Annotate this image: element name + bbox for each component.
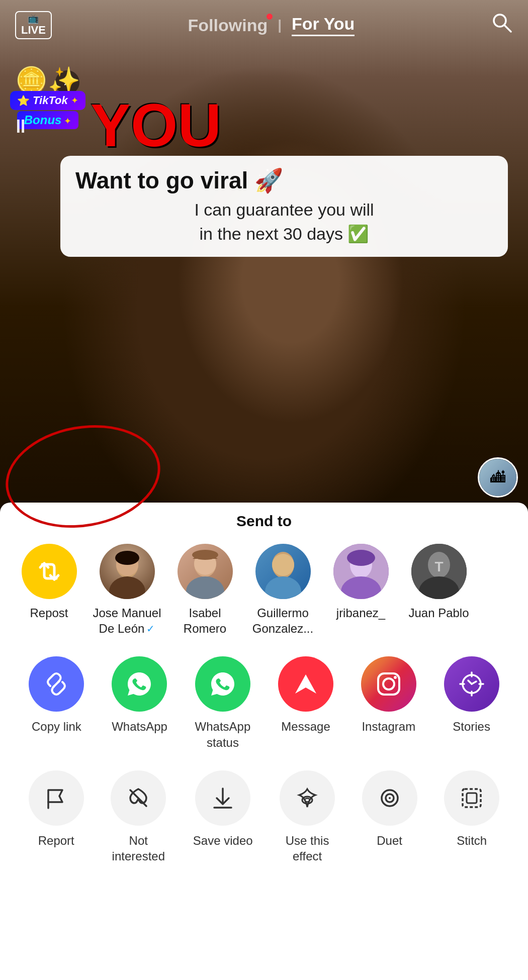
star-icon-3: ✦	[64, 116, 71, 126]
not-interested-label: Notinterested	[112, 833, 165, 864]
svg-rect-42	[463, 789, 481, 807]
sheet-title: Send to	[0, 513, 528, 530]
save-video-label: Save video	[193, 833, 253, 848]
stories-label: Stories	[453, 719, 490, 734]
contact-isabel[interactable]: IsabelRomero	[166, 544, 244, 636]
action-not-interested[interactable]: Notinterested	[111, 770, 166, 864]
jribanez-avatar	[333, 544, 389, 599]
isabel-avatar	[178, 544, 233, 599]
whatsapp-status-icon	[195, 656, 250, 712]
svg-point-37	[302, 797, 312, 804]
report-label: Report	[38, 833, 74, 848]
viral-subtitle: I can guarantee you willin the next 30 d…	[75, 198, 493, 246]
whatsapp-icon	[112, 656, 167, 712]
isabel-name: IsabelRomero	[184, 605, 226, 636]
svg-point-25	[394, 676, 397, 679]
message-label: Message	[281, 719, 330, 734]
tab-following[interactable]: Following	[188, 16, 268, 35]
share-whatsapp[interactable]: WhatsApp	[112, 656, 167, 750]
guillermo-name: GuillermoGonzalez...	[252, 605, 313, 636]
message-icon	[278, 656, 333, 712]
svg-line-32	[472, 681, 476, 684]
juanpablo-name: Juan Pablo	[408, 605, 469, 621]
svg-point-5	[115, 551, 139, 565]
jose-avatar	[100, 544, 155, 599]
stitch-label: Stitch	[457, 833, 487, 848]
svg-text:T: T	[434, 559, 443, 574]
svg-line-1	[504, 25, 511, 32]
use-effect-icon	[280, 770, 335, 826]
instagram-icon	[361, 656, 416, 712]
svg-point-12	[272, 554, 294, 576]
guillermo-avatar	[255, 544, 311, 599]
jose-name: Jose Manuel De León ✓	[93, 605, 161, 636]
juanpablo-avatar: T	[411, 544, 467, 599]
contact-repost[interactable]: Repost	[10, 544, 88, 636]
search-button[interactable]	[491, 12, 513, 39]
nav-separator: |	[278, 17, 282, 33]
share-sheet: Send to Repost	[0, 503, 528, 980]
contacts-row: Repost Jose Manuel De León ✓	[0, 544, 528, 636]
video-area: 📺 LIVE Following | For You × 🪙✨ ⭐ TikTok	[0, 0, 528, 513]
svg-point-41	[389, 797, 391, 799]
you-text: YOU	[91, 90, 221, 160]
stitch-icon	[444, 770, 499, 826]
not-interested-icon	[111, 770, 166, 826]
live-badge[interactable]: 📺 LIVE	[15, 11, 52, 39]
duet-icon	[362, 770, 417, 826]
svg-point-16	[347, 550, 375, 566]
viral-bubble: Want to go viral 🚀 I can guarantee you w…	[60, 156, 508, 257]
instagram-label: Instagram	[362, 719, 415, 734]
stories-icon	[444, 656, 499, 712]
action-stitch[interactable]: Stitch	[444, 770, 499, 864]
action-row: Report Notinterested Save video	[0, 770, 528, 864]
svg-rect-43	[467, 793, 477, 803]
svg-point-3	[109, 576, 145, 599]
contact-guillermo[interactable]: GuillermoGonzalez...	[244, 544, 322, 636]
nav-tabs: Following | For You	[188, 14, 355, 36]
use-effect-label: Use thiseffect	[286, 833, 329, 864]
svg-point-11	[265, 576, 301, 599]
tab-foryou[interactable]: For You	[292, 14, 355, 36]
action-save-video[interactable]: Save video	[193, 770, 253, 864]
copy-link-label: Copy link	[32, 719, 81, 734]
share-stories[interactable]: Stories	[444, 656, 499, 750]
tiktok-label: TikTok	[33, 94, 68, 107]
viral-title: Want to go viral 🚀	[75, 167, 493, 194]
jribanez-name: jribanez_	[336, 605, 385, 621]
pause-icon: ⏸	[11, 116, 30, 137]
action-duet[interactable]: Duet	[362, 770, 417, 864]
bonus-badge-container: ⭐ TikTok ✦	[10, 91, 85, 110]
svg-line-21	[53, 681, 59, 687]
share-instagram[interactable]: Instagram	[361, 656, 416, 750]
star-icon: ⭐	[17, 94, 30, 107]
share-message[interactable]: Message	[278, 656, 333, 750]
copy-link-icon	[29, 656, 84, 712]
share-copy-link[interactable]: Copy link	[29, 656, 84, 750]
svg-marker-22	[295, 674, 316, 694]
action-use-effect[interactable]: Use thiseffect	[280, 770, 335, 864]
svg-point-7	[186, 576, 224, 599]
contact-juanpablo[interactable]: T Juan Pablo	[400, 544, 478, 636]
duet-label: Duet	[377, 833, 402, 848]
share-apps-row: Copy link WhatsApp WhatsAppstatus	[0, 656, 528, 750]
top-navigation: 📺 LIVE Following | For You	[0, 0, 528, 50]
contact-jose[interactable]: Jose Manuel De León ✓	[88, 544, 166, 636]
repost-label: Repost	[30, 605, 68, 621]
video-profile-avatar[interactable]: 🏙	[478, 457, 518, 498]
report-icon	[29, 770, 84, 826]
whatsapp-label: WhatsApp	[112, 719, 167, 734]
action-report[interactable]: Report	[29, 770, 84, 864]
svg-point-24	[383, 678, 394, 690]
save-video-icon	[195, 770, 250, 826]
contact-jribanez[interactable]: jribanez_	[322, 544, 400, 636]
repost-avatar	[22, 544, 77, 599]
star-icon-2: ✦	[71, 95, 78, 106]
notification-dot	[267, 14, 273, 20]
share-whatsapp-status[interactable]: WhatsAppstatus	[195, 656, 251, 750]
whatsapp-status-label: WhatsAppstatus	[195, 719, 251, 750]
